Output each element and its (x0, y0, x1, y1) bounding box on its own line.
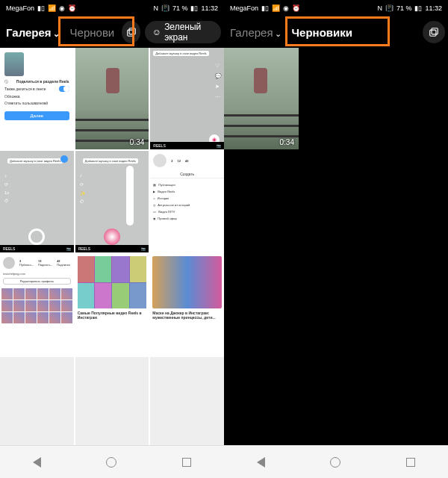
gallery-item[interactable] (150, 357, 224, 445)
battery-pct: 71 % (172, 4, 188, 12)
system-nav (224, 445, 448, 478)
tab-gallery[interactable]: Галерея⌄ (227, 23, 284, 42)
gallery-item[interactable]: 21242 Создать ▦ Публикация ▶ Видео Reels… (150, 151, 224, 252)
phone-left: MegaFon ▮▯ 📶 ◉ ⏰ N 📳 71 % ▮▯ 11:32 Галер… (0, 0, 224, 478)
gallery-item[interactable] (75, 357, 149, 445)
gallery-grid[interactable]: ⓘПоделиться в разделе Reels Также делить… (0, 48, 224, 445)
battery-icon: ▮▯ (414, 4, 422, 12)
phone-right: MegaFon ▮▯ 📶 ◉ ⏰ N 📳 71 % ▮▯ 11:32 Галер… (224, 0, 448, 478)
alarm-icon: ⏰ (68, 4, 76, 12)
multi-select-button[interactable] (122, 21, 140, 43)
vibrate-icon: 📳 (161, 4, 169, 12)
green-screen-button[interactable]: ☺ Зеленый экран (145, 21, 221, 43)
wifi-icon: ◉ (59, 4, 65, 12)
alarm-icon: ⏰ (292, 4, 300, 12)
clock: 11:32 (201, 4, 218, 12)
gallery-item[interactable]: 0:34 (75, 48, 149, 149)
battery-icon: ▮▯ (190, 4, 198, 12)
lte-icon: ▮▯ (261, 4, 269, 12)
carrier-label: MegaFon (230, 4, 258, 12)
back-button[interactable] (33, 457, 41, 468)
gallery-item[interactable]: Маски на Джокер в Инстаграм: мужественны… (150, 254, 224, 356)
lte-icon: ▮▯ (37, 4, 45, 12)
recents-button[interactable] (406, 458, 415, 467)
multi-select-button[interactable] (423, 21, 445, 43)
tab-drafts[interactable]: Черновики (289, 23, 355, 42)
nfc-icon: N (377, 4, 382, 12)
duration-label: 0:34 (280, 138, 294, 146)
vibrate-icon: 📳 (385, 4, 393, 12)
system-nav (0, 445, 224, 478)
svg-rect-0 (129, 28, 135, 34)
home-button[interactable] (106, 457, 116, 468)
chevron-down-icon: ⌄ (53, 29, 60, 38)
nfc-icon: N (153, 4, 158, 12)
svg-rect-2 (432, 28, 438, 34)
gallery-item[interactable]: Добавьте музыку в свое видео Reels ♪⟳✨⏱ … (75, 151, 149, 252)
drafts-body: 0:34 (224, 48, 448, 445)
person-icon: ☺ (152, 27, 161, 37)
back-button[interactable] (257, 457, 265, 468)
gallery-item[interactable]: Добавьте музыку в свое видео Reels ♪⟳1x⏱… (0, 151, 74, 252)
svg-rect-3 (430, 30, 436, 36)
clock: 11:32 (425, 4, 442, 12)
gallery-item[interactable]: ⓘПоделиться в разделе Reels Также делить… (0, 48, 74, 149)
chevron-down-icon: ⌄ (275, 29, 281, 38)
wifi-icon: ◉ (283, 4, 289, 12)
picker-tabs: Галерея⌄ Черновики (224, 16, 448, 48)
battery-pct: 71 % (396, 4, 412, 12)
tab-gallery[interactable]: Галерея⌄ (3, 23, 63, 42)
duration-label: 0:34 (130, 138, 144, 146)
tab-drafts[interactable]: Чернови (67, 23, 118, 42)
signal-icon: 📶 (272, 4, 280, 12)
carrier-label: MegaFon (6, 4, 34, 12)
gallery-item[interactable] (0, 357, 74, 445)
status-bar: MegaFon ▮▯ 📶 ◉ ⏰ N 📳 71 % ▮▯ 11:32 (0, 0, 224, 16)
status-bar: MegaFon ▮▯ 📶 ◉ ⏰ N 📳 71 % ▮▯ 11:32 (224, 0, 448, 16)
draft-item[interactable]: 0:34 (224, 48, 299, 149)
recents-button[interactable] (182, 458, 191, 467)
signal-icon: 📶 (48, 4, 56, 12)
picker-tabs: Галерея⌄ Чернови ☺ Зеленый экран (0, 16, 224, 48)
gallery-item[interactable]: Добавьте музыку в свое видео Reels ♡💬➤⋯ … (150, 48, 224, 149)
svg-rect-1 (127, 30, 133, 36)
home-button[interactable] (330, 457, 340, 468)
gallery-item[interactable]: Самые Популярные видео Reels в Инстаграм (75, 254, 149, 356)
gallery-item[interactable]: 3Публика...13Подписч...42Подписки instah… (0, 254, 74, 356)
